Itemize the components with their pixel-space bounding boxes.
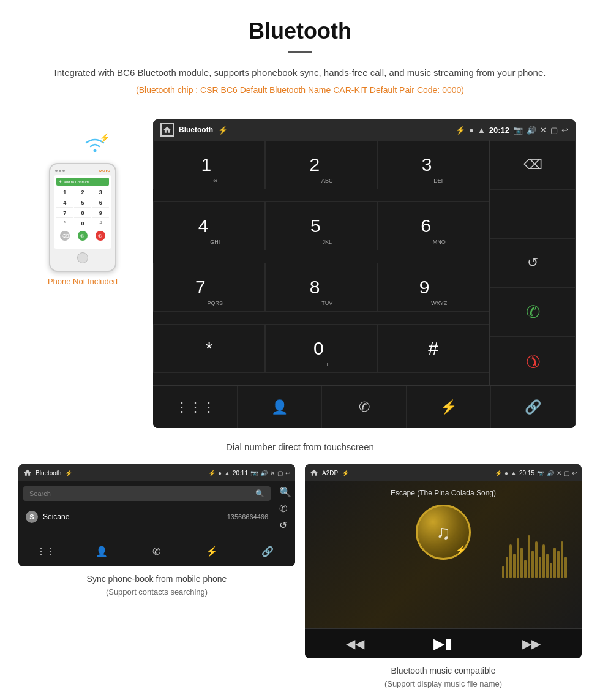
phone-key-5[interactable]: 5	[74, 198, 91, 208]
phone-mockup-container: ⚡ MOTO + Add to Contacts 1 2	[24, 119, 141, 286]
pb-search-icon[interactable]: 🔍	[279, 486, 291, 498]
phone-key-1[interactable]: 1	[56, 188, 73, 197]
dial-pad-wrapper: 1 ∞ 2 ABC 3 DEF 4 GHI 5 JKL	[153, 140, 576, 385]
add-contact-label: Add to Contacts	[64, 180, 90, 184]
eq-bar	[506, 557, 508, 578]
music-win-icon: ▢	[564, 470, 569, 476]
nav-link[interactable]: 🔗	[491, 386, 576, 428]
phone-dots	[55, 170, 65, 172]
status-left: Bluetooth ⚡	[160, 123, 228, 137]
phone-mockup: MOTO + Add to Contacts 1 2 3 4 5 6 7 8 9	[49, 163, 116, 272]
pb-contacts-icon: 👤	[96, 546, 108, 557]
dial-key-hash[interactable]: #	[377, 324, 489, 373]
dial-key-5[interactable]: 5 JKL	[265, 201, 377, 250]
pb-refresh-icon[interactable]: ↺	[279, 519, 291, 531]
phone-back-btn[interactable]: ⌫	[60, 231, 70, 241]
music-content: Escape (The Pina Colada Song) ♫ ⚡	[305, 481, 582, 628]
refresh-button[interactable]: ↺	[490, 238, 576, 287]
dial-key-8[interactable]: 8 TUV	[265, 263, 377, 312]
dial-key-9[interactable]: 9 WXYZ	[377, 263, 489, 312]
phone-key-6[interactable]: 6	[92, 198, 109, 208]
camera-icon: 📷	[513, 126, 523, 135]
backspace-button[interactable]: ⌫	[490, 140, 576, 189]
dial-key-3[interactable]: 3 DEF	[377, 140, 489, 189]
pb-right-icons: 🔍 ✆ ↺	[276, 481, 295, 536]
svg-text:⚡: ⚡	[99, 133, 110, 143]
pb-nav-link[interactable]: 🔗	[240, 536, 295, 566]
dialpad-icon: ⋮⋮⋮	[175, 399, 216, 415]
phone-screen-header: + Add to Contacts	[56, 178, 109, 186]
play-pause-button[interactable]: ▶▮	[433, 635, 452, 652]
home-icon-music	[310, 469, 318, 477]
dial-key-4[interactable]: 4 GHI	[153, 201, 265, 250]
bluetooth-status-icon: ⚡	[456, 126, 465, 135]
phonebook-status-bar: Bluetooth ⚡ ⚡ ● ▲ 20:11 📷 🔊 ✕ ▢ ↩	[18, 464, 295, 481]
contact-row[interactable]: S Seicane 13566664466	[23, 507, 271, 527]
dial-key-1[interactable]: 1 ∞	[153, 140, 265, 189]
car-screen-dial: Bluetooth ⚡ ⚡ ● ▲ 20:12 📷 🔊 ✕ ▢ ↩ 1	[153, 119, 576, 428]
pb-bt-icon: ⚡	[208, 470, 216, 476]
pb-nav-bt[interactable]: ⚡	[184, 536, 239, 566]
eq-bar	[557, 551, 560, 578]
pb-status-left: Bluetooth ⚡	[23, 469, 72, 477]
phone-key-3[interactable]: 3	[92, 188, 109, 197]
music-vol-icon: 🔊	[547, 470, 554, 476]
eq-bar	[520, 548, 523, 578]
answer-call-button[interactable]: ✆	[490, 287, 576, 336]
phone-key-star[interactable]: *	[56, 219, 73, 228]
eq-bar	[542, 544, 545, 578]
pb-call-icon[interactable]: ✆	[279, 503, 291, 514]
home-icon[interactable]	[160, 123, 174, 137]
dial-key-7[interactable]: 7 PQRS	[153, 263, 265, 312]
phone-home-button[interactable]	[77, 252, 88, 263]
nav-phone[interactable]: ✆	[322, 386, 407, 428]
phone-key-hash[interactable]: #	[92, 219, 109, 228]
phone-top-bar: MOTO	[54, 169, 111, 173]
wifi-signal-icon: ⚡	[80, 132, 110, 160]
dial-key-6[interactable]: 6 MNO	[377, 201, 489, 250]
pb-sig-icon: ▲	[224, 470, 230, 476]
eq-bar	[517, 538, 519, 578]
dial-side-panel: ⌫ ↺ ✆ ✆	[490, 140, 576, 385]
phone-key-8[interactable]: 8	[74, 209, 91, 218]
music-caption-text: Bluetooth music compatible	[391, 666, 495, 676]
back-icon: ↩	[561, 126, 568, 135]
nav-dialpad[interactable]: ⋮⋮⋮	[153, 386, 238, 428]
pb-link-icon: 🔗	[261, 546, 274, 557]
music-note-icon: ♫	[436, 521, 451, 544]
phone-key-9[interactable]: 9	[92, 209, 109, 218]
header-section: Bluetooth Integrated with BC6 Bluetooth …	[0, 0, 600, 119]
phone-end-btn[interactable]: ✆	[96, 231, 105, 241]
music-usb-icon: ⚡	[342, 470, 349, 476]
phone-key-7[interactable]: 7	[56, 209, 73, 218]
nav-bluetooth[interactable]: ⚡	[407, 386, 491, 428]
pb-nav-phone[interactable]: ✆	[129, 536, 184, 566]
pb-status-right: ⚡ ● ▲ 20:11 📷 🔊 ✕ ▢ ↩	[208, 470, 290, 476]
music-screen: A2DP ⚡ ⚡ ● ▲ 20:15 📷 🔊 ✕ ▢ ↩ Escape (The…	[305, 464, 582, 658]
eq-bar	[531, 551, 534, 578]
pb-vol-icon: 🔊	[260, 470, 268, 476]
phone-key-0[interactable]: 0	[74, 219, 91, 228]
nav-contacts[interactable]: 👤	[238, 386, 322, 428]
eq-bar	[535, 541, 538, 578]
dial-key-star[interactable]: *	[153, 324, 265, 373]
pb-nav-dialpad[interactable]: ⋮⋮	[18, 536, 73, 566]
bottom-panels: Bluetooth ⚡ ⚡ ● ▲ 20:11 📷 🔊 ✕ ▢ ↩	[0, 464, 600, 700]
phone-key-2[interactable]: 2	[74, 188, 91, 197]
pb-content-row: Search 🔍 S Seicane 13566664466 🔍 ✆ ↺	[18, 481, 295, 536]
prev-track-button[interactable]: ◀◀	[346, 636, 364, 651]
dial-key-0[interactable]: 0 +	[265, 324, 377, 373]
music-status-bar: A2DP ⚡ ⚡ ● ▲ 20:15 📷 🔊 ✕ ▢ ↩	[305, 464, 582, 481]
search-bar[interactable]: Search 🔍	[23, 486, 271, 501]
end-call-button[interactable]: ✆	[490, 336, 576, 385]
music-x-icon: ✕	[557, 470, 561, 476]
phone-key-4[interactable]: 4	[56, 198, 73, 208]
next-track-button[interactable]: ▶▶	[522, 636, 541, 651]
status-right: ⚡ ● ▲ 20:12 📷 🔊 ✕ ▢ ↩	[456, 126, 568, 135]
end-call-icon: ✆	[520, 348, 545, 373]
dial-key-2[interactable]: 2 ABC	[265, 140, 377, 189]
phone-call-btn[interactable]: ✆	[78, 231, 88, 241]
status-time: 20:12	[489, 126, 509, 135]
pb-cam-icon: 📷	[250, 470, 258, 476]
pb-nav-contacts[interactable]: 👤	[73, 536, 129, 566]
